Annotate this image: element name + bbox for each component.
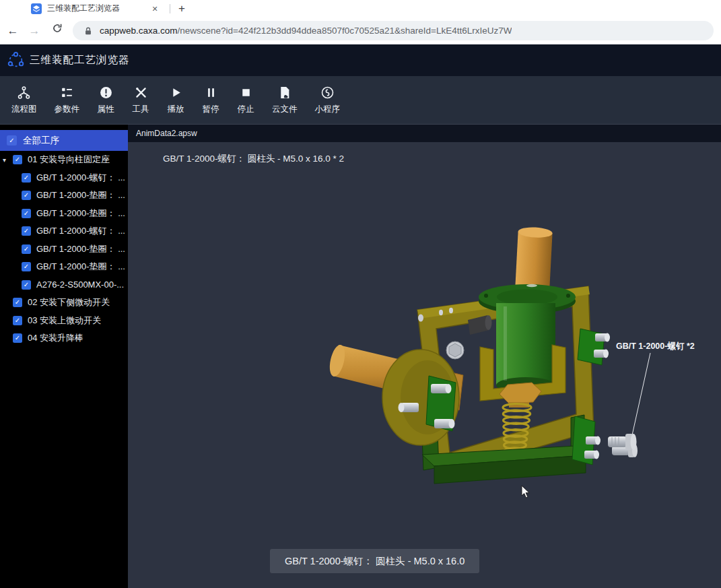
right-pcb-lower-part[interactable] bbox=[572, 416, 600, 465]
sidebar-item-part[interactable]: ✓ GB/T 1-2000-垫圈： ... bbox=[0, 205, 128, 223]
mini-program-icon bbox=[320, 86, 335, 100]
sidebar-item-process-03[interactable]: ✓ 03 安装上微动开关 bbox=[0, 312, 128, 330]
tree-item-label: A276-2-S500MX-00-... bbox=[36, 280, 124, 290]
tree-item-label: 01 安装导向柱固定座 bbox=[28, 154, 110, 166]
checkbox[interactable]: ✓ bbox=[22, 244, 31, 254]
tab-title: 三维装配工艺浏览器 bbox=[47, 3, 149, 14]
toolbar-button-mini-program[interactable]: 小程序 bbox=[306, 86, 349, 115]
checkbox[interactable]: ✓ bbox=[13, 316, 22, 325]
tree-item-label: GB/T 1-2000-垫圈： ... bbox=[36, 207, 125, 220]
toolbar-button-pause[interactable]: 暂停 bbox=[193, 86, 228, 115]
tree-item-label: GB/T 1-2000-螺钉： ... bbox=[36, 225, 125, 237]
tools-icon bbox=[134, 86, 148, 100]
toolbar-button-label: 云文件 bbox=[272, 104, 298, 115]
toolbar-button-stop[interactable]: 停止 bbox=[228, 86, 263, 115]
cloud-file-icon bbox=[277, 86, 291, 100]
toolbar-button-properties[interactable]: 属性 bbox=[88, 86, 123, 115]
favicon-icon bbox=[31, 3, 42, 14]
file-tab-bar: AnimData2.apsw bbox=[128, 125, 721, 142]
floating-screws-part[interactable] bbox=[608, 434, 638, 457]
new-tab-button[interactable]: + bbox=[174, 1, 190, 17]
tree-item-label: GB/T 1-2000-垫圈： ... bbox=[36, 189, 125, 201]
toolbar-button-parameters[interactable]: 参数件 bbox=[46, 86, 89, 115]
tree-item-label: GB/T 1-2000-螺钉： ... bbox=[36, 172, 125, 184]
toolbar-button-label: 参数件 bbox=[55, 104, 80, 115]
checkbox[interactable]: ✓ bbox=[22, 280, 31, 290]
viewport-3d[interactable]: AnimData2.apsw bbox=[128, 125, 721, 588]
sidebar-item-part[interactable]: ✓ A276-2-S500MX-00-... bbox=[0, 276, 128, 294]
sidebar-item-part[interactable]: ✓ GB/T 1-2000-螺钉： ... bbox=[0, 169, 128, 187]
tab-separator bbox=[170, 4, 170, 13]
pause-icon bbox=[204, 86, 218, 100]
right-pcb-upper-part[interactable] bbox=[578, 329, 610, 365]
process-tree-sidebar: ✓ 全部工序 ▾ ✓ 01 安装导向柱固定座 ✓ GB/T 1-2000-螺钉：… bbox=[0, 125, 128, 588]
sidebar-item-part[interactable]: ✓ GB/T 1-2000-垫圈： ... bbox=[0, 258, 128, 276]
sidebar-item-part[interactable]: ✓ GB/T 1-2000-垫圈： ... bbox=[0, 187, 128, 205]
motor-part[interactable] bbox=[496, 303, 555, 393]
toolbar-button-label: 暂停 bbox=[203, 104, 219, 115]
main-area: ✓ 全部工序 ▾ ✓ 01 安装导向柱固定座 ✓ GB/T 1-2000-螺钉：… bbox=[0, 125, 721, 588]
browser-navbar: ← → cappweb.caxa.com/newscene?id=424f212… bbox=[0, 17, 721, 44]
app-toolbar: 流程图 参数件 属性 工具 bbox=[0, 76, 721, 125]
url-path: /newscene?id=424f212b3dd94ddea8507f0c705… bbox=[178, 26, 512, 36]
url-text: cappweb.caxa.com/newscene?id=424f212b3dd… bbox=[100, 26, 512, 36]
sidebar-item-process-04[interactable]: ✓ 04 安装升降棒 bbox=[0, 329, 128, 348]
sidebar-item-process-02[interactable]: ✓ 02 安装下侧微动开关 bbox=[0, 294, 128, 312]
forward-button: → bbox=[26, 22, 43, 40]
step-caption-badge: GB/T 1-2000-螺钉： 圆柱头 - M5.0 x 16.0 bbox=[270, 549, 479, 573]
sidebar-item-part[interactable]: ✓ GB/T 1-2000-螺钉： ... bbox=[0, 222, 128, 240]
stop-icon bbox=[239, 86, 253, 100]
checkbox[interactable]: ✓ bbox=[22, 226, 31, 236]
toolbar-button-cloud-file[interactable]: 云文件 bbox=[263, 86, 306, 115]
toolbar-button-label: 属性 bbox=[98, 104, 114, 115]
checkbox[interactable]: ✓ bbox=[13, 298, 22, 307]
checkbox[interactable]: ✓ bbox=[22, 191, 31, 200]
browser-tab-strip: 三维装配工艺浏览器 ✕ + bbox=[0, 0, 721, 17]
tree-item-label: 02 安装下侧微动开关 bbox=[28, 296, 110, 308]
checkbox[interactable]: ✓ bbox=[22, 262, 31, 271]
sidebar-item-all-processes[interactable]: ✓ 全部工序 bbox=[0, 130, 128, 151]
checkbox[interactable]: ✓ bbox=[22, 173, 31, 183]
tree-item-label: GB/T 1-2000-垫圈： ... bbox=[36, 243, 125, 255]
current-step-label: GB/T 1-2000-螺钉： 圆柱头 - M5.0 x 16.0 * 2 bbox=[163, 153, 344, 165]
mouse-cursor bbox=[521, 485, 532, 499]
hex-bolt-part[interactable] bbox=[446, 341, 464, 359]
sidebar-item-part[interactable]: ✓ GB/T 1-2000-垫圈： ... bbox=[0, 240, 128, 259]
lock-icon bbox=[83, 26, 93, 36]
reload-icon bbox=[51, 22, 63, 34]
assembly-3d-model[interactable] bbox=[128, 125, 721, 588]
toolbar-button-label: 工具 bbox=[133, 104, 149, 115]
toolbar-button-label: 停止 bbox=[238, 104, 254, 115]
checkbox[interactable]: ✓ bbox=[22, 209, 31, 218]
tree-item-label: GB/T 1-2000-垫圈： ... bbox=[36, 261, 125, 273]
parameters-icon bbox=[60, 86, 74, 100]
tree-item-label: 03 安装上微动开关 bbox=[28, 315, 101, 327]
play-icon bbox=[169, 86, 183, 100]
chevron-down-icon[interactable]: ▾ bbox=[3, 156, 13, 164]
toolbar-button-label: 流程图 bbox=[11, 104, 37, 115]
toolbar-button-flowchart[interactable]: 流程图 bbox=[3, 86, 46, 115]
app-logo-icon bbox=[7, 51, 25, 69]
url-domain: cappweb.caxa.com bbox=[100, 26, 178, 36]
sidebar-item-process-01[interactable]: ▾ ✓ 01 安装导向柱固定座 bbox=[0, 151, 128, 169]
app-header: 三维装配工艺浏览器 bbox=[0, 44, 721, 76]
browser-tab[interactable]: 三维装配工艺浏览器 ✕ bbox=[19, 0, 166, 17]
toolbar-button-label: 播放 bbox=[168, 104, 184, 115]
toolbar-button-label: 小程序 bbox=[315, 104, 341, 115]
checkbox[interactable]: ✓ bbox=[13, 333, 22, 343]
annotation-leader-line bbox=[632, 353, 650, 435]
toolbar-button-tools[interactable]: 工具 bbox=[123, 86, 158, 115]
tree-item-label: 全部工序 bbox=[23, 135, 59, 147]
part-annotation-label: GB/T 1-2000-螺钉 *2 bbox=[616, 341, 695, 352]
checkbox[interactable]: ✓ bbox=[7, 135, 17, 145]
close-tab-icon[interactable]: ✕ bbox=[149, 3, 160, 14]
page-title: 三维装配工艺浏览器 bbox=[30, 53, 130, 67]
properties-icon bbox=[99, 86, 113, 100]
url-bar[interactable]: cappweb.caxa.com/newscene?id=424f212b3dd… bbox=[73, 21, 714, 40]
flowchart-icon bbox=[17, 86, 31, 100]
checkbox[interactable]: ✓ bbox=[13, 155, 22, 164]
reload-button[interactable] bbox=[48, 22, 66, 40]
back-button[interactable]: ← bbox=[4, 22, 22, 40]
file-tab[interactable]: AnimData2.apsw bbox=[128, 125, 197, 142]
toolbar-button-play[interactable]: 播放 bbox=[158, 86, 193, 115]
